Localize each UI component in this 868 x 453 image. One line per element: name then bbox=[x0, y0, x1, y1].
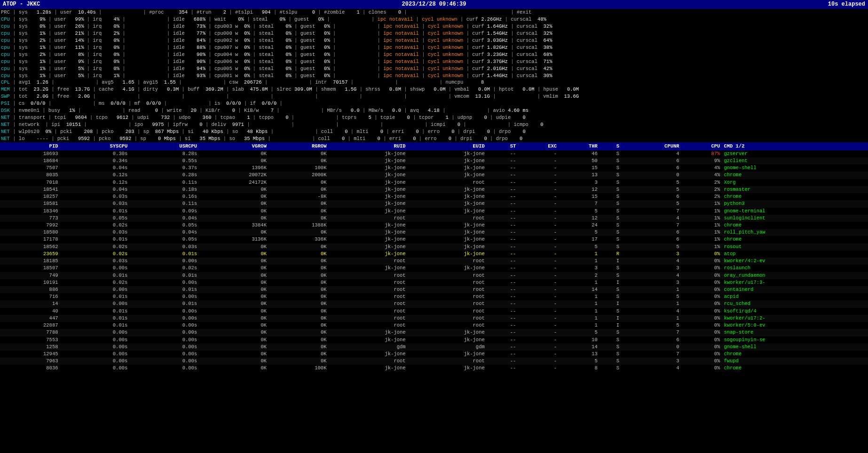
cell-cmd: chrome bbox=[722, 351, 868, 358]
cell-s: S bbox=[600, 172, 621, 179]
table-row: 75530.00s0.00s0K0Kjk-jonejk-jone---10S60… bbox=[0, 336, 868, 344]
cell-exc: - bbox=[518, 293, 559, 300]
table-row: 182570.03s0.16s0K-8Kjk-jonejk-jone---15S… bbox=[0, 193, 868, 200]
cell-cmd: rosmaster bbox=[722, 186, 868, 193]
table-row: 79920.02s0.05s3384K1388Kjk-jonejk-jone--… bbox=[0, 222, 868, 229]
cell-syscpu: 0.00s bbox=[60, 265, 130, 272]
cell-pid: 7992 bbox=[0, 222, 60, 229]
cell-rgrow: 0K bbox=[268, 293, 329, 300]
table-row: 183460.01s0.09s0K0Kjk-jonejk-jone---5S71… bbox=[0, 208, 868, 215]
cell-st: -- bbox=[487, 150, 518, 157]
cell-euid: jk-jone bbox=[408, 200, 487, 207]
cell-pid: 716 bbox=[0, 293, 60, 300]
cell-cmd: oray_rundaemon bbox=[722, 272, 868, 279]
cell-thr: 1 bbox=[559, 315, 600, 322]
cell-s: S bbox=[600, 229, 621, 236]
table-row: 80350.12s0.28s20072K2000Kjk-jonejk-jone-… bbox=[0, 172, 868, 179]
cell-thr: 50 bbox=[559, 157, 600, 164]
cell-rgrow: 0K bbox=[268, 179, 329, 186]
cell-syscpu: 0.03s bbox=[60, 193, 130, 200]
cell-rgrow: 0K bbox=[268, 344, 329, 351]
cell-s: S bbox=[600, 179, 621, 186]
cell-ruid: root bbox=[328, 358, 407, 365]
cell-s: S bbox=[600, 265, 621, 272]
cell-cpu: 9% bbox=[681, 157, 722, 164]
table-row: 228870.01s0.00s0K0Krootroot---1I50%kwork… bbox=[0, 322, 868, 329]
col-ruid: RUID bbox=[328, 142, 407, 150]
table-row: 185810.03s0.11s0K0Kjk-jonejk-jone---7S51… bbox=[0, 200, 868, 207]
cell-rgrow: 1388K bbox=[268, 222, 329, 229]
cell-thr: 8 bbox=[559, 365, 600, 372]
table-row: 236590.02s0.01s0K0Kjk-jonejk-jone---1R30… bbox=[0, 250, 868, 258]
cell-vgrow: 0K bbox=[199, 358, 268, 365]
cell-cpunr: 5 bbox=[621, 179, 681, 186]
cell-usrcpu: 0.09s bbox=[129, 208, 199, 215]
cell-usrcpu: 0.00s bbox=[129, 279, 199, 286]
cell-cpunr: 3 bbox=[621, 250, 681, 258]
cell-rgrow: 0K bbox=[268, 157, 329, 164]
cell-thr: 17 bbox=[559, 236, 600, 243]
cell-st: -- bbox=[487, 208, 518, 215]
cell-usrcpu: 0.00s bbox=[129, 329, 199, 336]
cell-usrcpu: 0.00s bbox=[129, 308, 199, 315]
cell-cpu: 0% bbox=[681, 286, 722, 293]
table-row: 4470.01s0.00s0K0Krootroot---1I10%kworker… bbox=[0, 315, 868, 322]
cell-ruid: jk-jone bbox=[328, 157, 407, 164]
cell-syscpu: 0.01s bbox=[60, 308, 130, 315]
cell-thr: 13 bbox=[559, 351, 600, 358]
col-cmd: CMD 1/2 bbox=[722, 142, 868, 150]
cell-ruid: jk-jone bbox=[328, 193, 407, 200]
cell-syscpu: 0.01s bbox=[60, 293, 130, 300]
cell-cpu: 2% bbox=[681, 186, 722, 193]
cell-ruid: root bbox=[328, 279, 407, 286]
cell-usrcpu: 0.55s bbox=[129, 157, 199, 164]
cell-pid: 18185 bbox=[0, 258, 60, 265]
cell-ruid: root bbox=[328, 322, 407, 329]
cell-exc: - bbox=[518, 250, 559, 258]
cell-usrcpu: 0.02s bbox=[129, 265, 199, 272]
cell-cpu: 0% bbox=[681, 358, 722, 365]
cell-vgrow: 0K bbox=[199, 344, 268, 351]
cell-euid: jk-jone bbox=[408, 193, 487, 200]
cell-st: -- bbox=[487, 222, 518, 229]
cell-rgrow: 0K bbox=[268, 208, 329, 215]
table-row: 185620.02s0.03s0K0Kjk-jonejk-jone---5S51… bbox=[0, 243, 868, 250]
cell-syscpu: 0.03s bbox=[60, 258, 130, 265]
cell-euid: jk-jone bbox=[408, 150, 487, 157]
col-st: ST bbox=[487, 142, 518, 150]
cell-rgrow: 0K bbox=[268, 300, 329, 307]
cell-cpu: 0% bbox=[681, 272, 722, 279]
cell-ruid: jk-jone bbox=[328, 236, 407, 243]
cell-st: -- bbox=[487, 186, 518, 193]
cell-s: S bbox=[600, 215, 621, 222]
table-row: 12580.00s0.00s0K0Kgdmgdm---14S00%gnome-s… bbox=[0, 344, 868, 351]
cell-usrcpu: 0.00s bbox=[129, 358, 199, 365]
cell-st: -- bbox=[487, 300, 518, 307]
cell-exc: - bbox=[518, 229, 559, 236]
cell-st: -- bbox=[487, 193, 518, 200]
cell-rgrow: 0K bbox=[268, 150, 329, 157]
cell-s: S bbox=[600, 200, 621, 207]
cell-usrcpu: 0.04s bbox=[129, 229, 199, 236]
cell-cpu: 0% bbox=[681, 351, 722, 358]
cell-st: -- bbox=[487, 293, 518, 300]
cell-cpunr: 6 bbox=[621, 193, 681, 200]
cell-ruid: jk-jone bbox=[328, 208, 407, 215]
cell-rgrow: -8K bbox=[268, 193, 329, 200]
cell-pid: 749 bbox=[0, 272, 60, 279]
cell-vgrow: 3136K bbox=[199, 236, 268, 243]
cell-cpunr: 4 bbox=[621, 150, 681, 157]
cell-pid: 447 bbox=[0, 315, 60, 322]
cell-euid: jk-jone bbox=[408, 236, 487, 243]
cell-ruid: root bbox=[328, 315, 407, 322]
cell-st: -- bbox=[487, 215, 518, 222]
cell-pid: 8036 bbox=[0, 365, 60, 372]
cell-ruid: gdm bbox=[328, 344, 407, 351]
cell-syscpu: 0.04s bbox=[60, 186, 130, 193]
cell-euid: gdm bbox=[408, 344, 487, 351]
cell-euid: root bbox=[408, 258, 487, 265]
cell-thr: 5 bbox=[559, 243, 600, 250]
cell-rgrow: 0K bbox=[268, 265, 329, 272]
cell-st: -- bbox=[487, 265, 518, 272]
cell-syscpu: 0.01s bbox=[60, 322, 130, 329]
